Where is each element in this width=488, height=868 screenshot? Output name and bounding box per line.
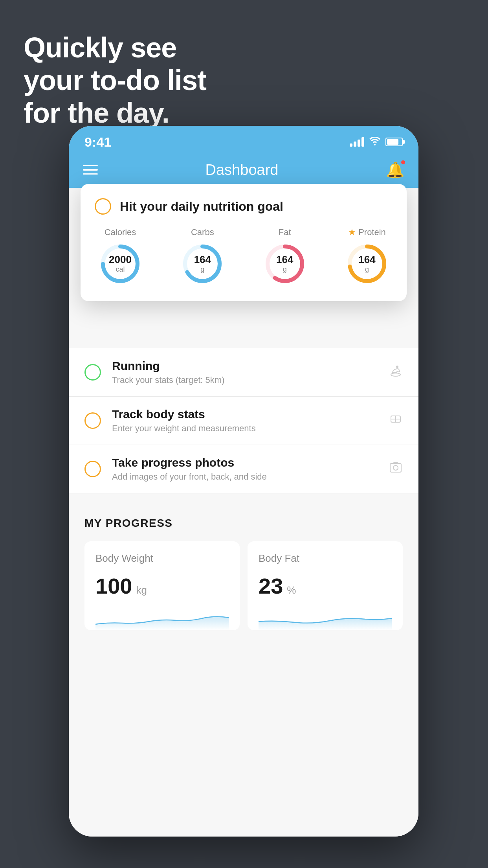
carbs-value: 164 [194, 254, 211, 265]
fat-donut: 164 g [263, 242, 306, 285]
headline-line1: Quickly see [24, 32, 176, 63]
nutrition-protein: ★Protein 164 g [345, 227, 389, 285]
body-weight-value-row: 100 kg [95, 573, 229, 599]
status-time: 9:41 [84, 134, 111, 150]
headline-line2: your to-do list [24, 64, 206, 96]
photos-icon [389, 460, 403, 478]
progress-title: MY PROGRESS [84, 517, 403, 530]
nutrition-checkbox[interactable] [95, 198, 111, 215]
body-fat-unit: % [287, 584, 296, 596]
body-weight-card[interactable]: Body Weight 100 kg [84, 541, 240, 630]
battery-icon [385, 138, 403, 146]
body-stats-checkbox[interactable] [84, 412, 101, 429]
running-text: Running Track your stats (target: 5km) [112, 359, 378, 385]
protein-label: ★Protein [348, 227, 386, 237]
body-weight-unit: kg [136, 584, 147, 596]
todo-list: Running Track your stats (target: 5km) T… [69, 348, 418, 493]
body-fat-value: 23 [259, 573, 283, 599]
svg-point-8 [391, 373, 400, 376]
photos-sub: Add images of your front, back, and side [112, 472, 378, 482]
body-fat-chart [259, 607, 392, 630]
nutrition-calories: Calories 2000 cal [99, 227, 142, 285]
running-title: Running [112, 359, 378, 373]
nutrition-stats-row: Calories 2000 cal Carbs [95, 227, 393, 285]
notification-bell[interactable]: 🔔 [386, 161, 404, 178]
signal-bar-4 [361, 137, 364, 147]
svg-rect-13 [390, 463, 401, 472]
running-checkbox[interactable] [84, 364, 101, 381]
wifi-icon [369, 136, 381, 148]
nutrition-card-title-row: Hit your daily nutrition goal [95, 198, 393, 215]
calories-donut: 2000 cal [99, 242, 142, 285]
protein-unit: g [358, 265, 375, 274]
body-stats-sub: Enter your weight and measurements [112, 423, 378, 434]
svg-point-9 [396, 366, 398, 368]
nutrition-fat: Fat 164 g [263, 227, 306, 285]
body-fat-value-row: 23 % [259, 573, 392, 599]
body-weight-label: Body Weight [95, 552, 229, 565]
list-item-photos[interactable]: Take progress photos Add images of your … [69, 445, 418, 493]
body-stats-icon [389, 412, 403, 430]
nutrition-carbs: Carbs 164 g [181, 227, 224, 285]
nutrition-card-title: Hit your daily nutrition goal [120, 199, 283, 214]
status-icons [350, 136, 403, 148]
svg-point-14 [393, 465, 398, 470]
progress-section: MY PROGRESS Body Weight 100 kg [69, 493, 418, 646]
photos-checkbox[interactable] [84, 461, 101, 477]
progress-cards: Body Weight 100 kg [84, 541, 403, 630]
carbs-unit: g [194, 265, 211, 274]
protein-value: 164 [358, 254, 375, 265]
notification-dot [400, 160, 406, 165]
signal-bar-2 [354, 142, 356, 147]
body-stats-title: Track body stats [112, 408, 378, 421]
calories-label: Calories [105, 227, 136, 237]
headline-line3: for the day. [24, 97, 169, 129]
fat-unit: g [276, 265, 293, 274]
nutrition-card: Hit your daily nutrition goal Calories 2… [81, 184, 407, 301]
carbs-donut: 164 g [181, 242, 224, 285]
fat-label: Fat [279, 227, 291, 237]
phone-mockup: 9:41 Dashboard 🔔 [69, 126, 418, 837]
fat-value: 164 [276, 254, 293, 265]
carbs-label: Carbs [191, 227, 214, 237]
star-icon: ★ [348, 227, 356, 237]
nav-title: Dashboard [205, 162, 279, 178]
photos-title: Take progress photos [112, 456, 378, 469]
list-item-running[interactable]: Running Track your stats (target: 5km) [69, 348, 418, 397]
signal-bar-1 [350, 143, 352, 147]
protein-donut: 164 g [345, 242, 389, 285]
status-bar: 9:41 [69, 126, 418, 154]
body-weight-chart [95, 607, 229, 630]
hamburger-menu[interactable] [83, 165, 98, 175]
body-fat-label: Body Fat [259, 552, 392, 565]
calories-unit: cal [109, 265, 132, 274]
nav-bar: Dashboard 🔔 [69, 154, 418, 188]
body-stats-text: Track body stats Enter your weight and m… [112, 408, 378, 434]
running-icon [389, 364, 403, 381]
content-area: THINGS TO DO TODAY Hit your daily nutrit… [69, 188, 418, 837]
signal-bar-3 [358, 140, 360, 147]
list-item-body-stats[interactable]: Track body stats Enter your weight and m… [69, 397, 418, 445]
body-weight-value: 100 [95, 573, 132, 599]
photos-text: Take progress photos Add images of your … [112, 456, 378, 482]
calories-value: 2000 [109, 254, 132, 265]
signal-bars-icon [350, 137, 364, 147]
headline-text: Quickly see your to-do list for the day. [24, 31, 206, 129]
body-fat-card[interactable]: Body Fat 23 % [248, 541, 403, 630]
running-sub: Track your stats (target: 5km) [112, 375, 378, 385]
